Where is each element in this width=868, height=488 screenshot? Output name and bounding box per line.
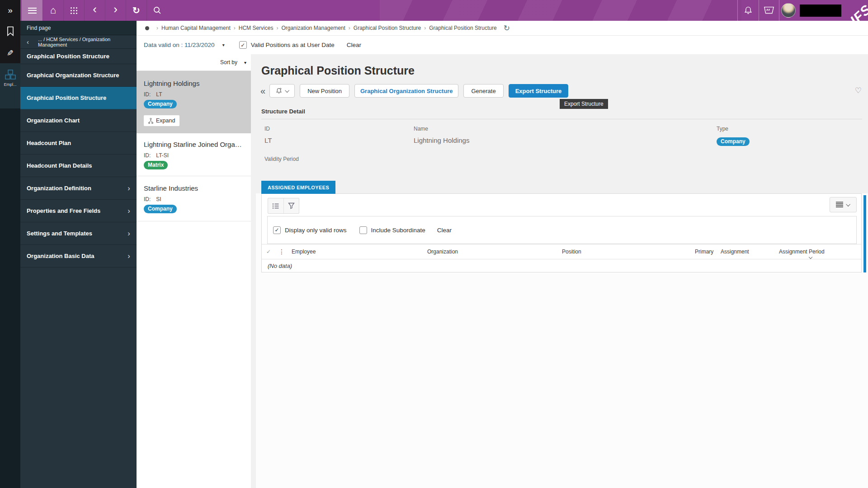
select-all-checkmark-icon[interactable]: ✓ (262, 249, 275, 255)
filter-button[interactable] (283, 198, 299, 213)
apps-button[interactable] (63, 0, 84, 21)
sidebar-item-label: Settings and Templates (27, 230, 92, 237)
edit-button[interactable]: ✎ (0, 48, 20, 58)
feedback-button[interactable] (759, 0, 779, 21)
page-title: Graphical Position Structure (261, 64, 415, 77)
graphical-organization-structure-button[interactable]: Graphical Organization Structure (354, 84, 458, 98)
sidebar-item-settings-and-templates[interactable]: Settings and Templates › (20, 222, 137, 245)
main-menu-button[interactable] (22, 0, 42, 21)
field-name: Name Lightning Holdings (414, 126, 717, 146)
tab-assigned-employees[interactable]: ASSIGNED EMPLOYEES (261, 181, 335, 194)
alerts-dropdown-button[interactable] (269, 84, 295, 98)
expand-button[interactable]: Expand (144, 115, 179, 126)
sidebar-item-organization-chart[interactable]: Organization Chart (20, 109, 137, 132)
column-header-employee[interactable]: Employee (288, 249, 427, 255)
data-valid-on-dropdown[interactable]: Data valid on : 11/23/2020 (144, 42, 215, 48)
bookmarks-button[interactable] (0, 26, 20, 37)
chevron-down-icon (285, 88, 289, 93)
collapse-panel-icon[interactable]: « (260, 84, 265, 97)
assigned-employees-panel: ✓ Display only valid rows Include Subord… (261, 193, 862, 272)
new-position-button[interactable]: New Position (300, 84, 349, 98)
cubes-icon (5, 70, 16, 80)
field-type: Type Company (717, 126, 862, 146)
sidebar-item-label: Organization Basic Data (27, 253, 94, 259)
id-label: ID: (144, 196, 151, 202)
navigate-forward-button[interactable]: › (105, 0, 126, 21)
breadcrumb-item[interactable]: Organization Management (281, 25, 345, 31)
user-avatar[interactable] (781, 3, 796, 18)
sidebar-item-label: Graphical Position Structure (27, 94, 106, 101)
breadcrumb-item[interactable]: Graphical Position Structure (429, 25, 496, 31)
sidebar-item-headcount-plan[interactable]: Headcount Plan (20, 132, 137, 155)
search-button[interactable] (146, 0, 167, 21)
sidebar-item-organization-basic-data[interactable]: Organization Basic Data › (20, 245, 137, 267)
left-rail: ✎ Empl... (0, 21, 20, 488)
breadcrumb-refresh-icon[interactable]: ↻ (504, 23, 510, 33)
type-badge: Matrix (144, 161, 168, 169)
breadcrumb-item[interactable]: Human Capital Management (161, 25, 231, 31)
expand-rail-icon[interactable]: » (0, 0, 20, 21)
column-header-assignment-period[interactable]: Assignment Period (779, 249, 861, 255)
top-bar: » ⌂ ‹ › ↻ IFS (0, 0, 868, 21)
field-label: ID (264, 126, 414, 132)
chevron-right-icon: › (127, 184, 130, 193)
refresh-button[interactable]: ↻ (126, 0, 146, 21)
clear-filter-link[interactable]: Clear (347, 42, 361, 48)
navigate-back-button[interactable]: ‹ (84, 0, 105, 21)
column-header-organization[interactable]: Organization (427, 249, 562, 255)
structure-detail-fields: ID LT Name Lightning Holdings Type Compa… (261, 126, 862, 146)
sidebar-item-graphical-organization-structure[interactable]: Graphical Organization Structure (20, 64, 137, 87)
id-value: LT-SI (156, 152, 169, 159)
sidebar-item-properties-and-free-fields[interactable]: Properties and Free Fields › (20, 200, 137, 222)
include-subordinate-label: Include Subordinate (371, 227, 425, 234)
valid-positions-checkbox[interactable]: ✓ (239, 41, 247, 49)
valid-positions-label: Valid Positions as at User Date (251, 42, 335, 48)
find-page-input[interactable]: Find page (20, 21, 137, 35)
breadcrumb-root-icon[interactable] (145, 26, 149, 30)
row-menu-icon[interactable]: ⋮ (275, 248, 288, 255)
field-id: ID LT (264, 126, 414, 146)
home-icon: ⌂ (50, 5, 56, 16)
chevron-left-icon: ‹ (27, 38, 29, 46)
id-value: LT (156, 91, 162, 98)
sidebar-back-breadcrumb[interactable]: ‹ ... / HCM Services / Organization Mana… (20, 35, 137, 49)
caret-down-icon[interactable]: ▾ (222, 42, 225, 47)
module-employees-button[interactable] (0, 70, 20, 80)
no-data-message: (No data) (268, 260, 292, 272)
favorite-heart-icon[interactable]: ♡ (855, 86, 862, 95)
column-header-assignment[interactable]: Assignment (721, 249, 779, 255)
column-header-position[interactable]: Position (562, 249, 695, 255)
sort-row: Sort by ▾ (137, 54, 251, 71)
panel-scroll-indicator[interactable] (863, 195, 866, 272)
org-card-starline-industries[interactable]: Starline Industries ID:SI Company (137, 176, 251, 221)
generate-button[interactable]: Generate (463, 84, 503, 98)
list-options-button[interactable] (268, 198, 283, 213)
sidebar-item-organization-definition[interactable]: Organization Definition › (20, 177, 137, 200)
page-header-band: › Human Capital Management › HCM Service… (137, 21, 868, 54)
view-options-button[interactable] (830, 197, 857, 212)
chevron-right-icon: › (127, 229, 130, 238)
org-card-title: Starline Industries (144, 184, 244, 192)
display-only-valid-rows-checkbox[interactable]: ✓ (273, 226, 281, 234)
notifications-button[interactable] (737, 0, 759, 21)
refresh-icon: ↻ (132, 5, 140, 16)
sidebar-item-label: Properties and Free Fields (27, 207, 100, 214)
sidebar-item-graphical-position-structure[interactable]: Graphical Position Structure (20, 87, 137, 109)
home-button[interactable]: ⌂ (42, 0, 63, 21)
sort-by-dropdown[interactable]: Sort by (220, 59, 237, 66)
breadcrumb-item[interactable]: HCM Services (239, 25, 274, 31)
field-label: Type (717, 126, 862, 132)
field-value: Company (717, 136, 862, 146)
breadcrumb-item[interactable]: Graphical Position Structure (354, 25, 421, 31)
include-subordinate-checkbox[interactable] (359, 226, 367, 234)
user-menu[interactable] (779, 0, 851, 21)
export-structure-button[interactable]: Export Structure (509, 84, 569, 98)
org-card-lightning-starline[interactable]: Lightning Starline Joined Organiz... ID:… (137, 133, 251, 176)
org-card-lightning-holdings[interactable]: Lightning Holdings ID:LT Company Expand (137, 71, 251, 133)
clear-table-filter-link[interactable]: Clear (437, 227, 452, 234)
sidebar-item-headcount-plan-details[interactable]: Headcount Plan Details (20, 155, 137, 177)
caret-down-icon[interactable]: ▾ (244, 60, 246, 65)
sidebar-item-label: Graphical Organization Structure (27, 72, 119, 79)
column-header-primary[interactable]: Primary (695, 249, 721, 255)
hierarchy-icon (148, 118, 153, 124)
